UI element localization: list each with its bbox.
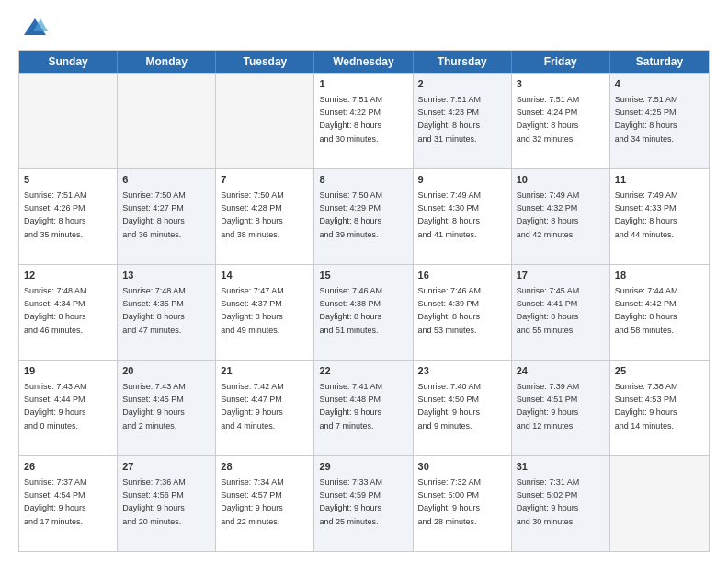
day-cell-14: 14Sunrise: 7:47 AM Sunset: 4:37 PM Dayli… (216, 265, 314, 360)
day-number: 2 (418, 77, 506, 91)
day-info: Sunrise: 7:38 AM Sunset: 4:53 PM Dayligh… (615, 382, 678, 430)
day-number: 29 (319, 460, 407, 474)
day-info: Sunrise: 7:51 AM Sunset: 4:23 PM Dayligh… (418, 95, 482, 143)
page-header (18, 15, 710, 40)
day-number: 11 (615, 173, 704, 187)
day-cell-8: 8Sunrise: 7:50 AM Sunset: 4:29 PM Daylig… (314, 169, 413, 264)
day-cell-13: 13Sunrise: 7:48 AM Sunset: 4:35 PM Dayli… (118, 265, 216, 360)
day-info: Sunrise: 7:51 AM Sunset: 4:26 PM Dayligh… (24, 190, 87, 238)
day-cell-19: 19Sunrise: 7:43 AM Sunset: 4:44 PM Dayli… (19, 361, 118, 455)
day-info: Sunrise: 7:39 AM Sunset: 4:51 PM Dayligh… (517, 382, 580, 430)
header-day-tuesday: Tuesday (216, 51, 314, 73)
day-info: Sunrise: 7:40 AM Sunset: 4:50 PM Dayligh… (418, 382, 482, 430)
day-number: 30 (418, 460, 506, 474)
day-number: 19 (24, 364, 112, 378)
page-container: SundayMondayTuesdayWednesdayThursdayFrid… (0, 0, 728, 563)
calendar-row-1: 1Sunrise: 7:51 AM Sunset: 4:22 PM Daylig… (19, 73, 709, 168)
header-day-sunday: Sunday (19, 51, 118, 73)
day-number: 18 (615, 269, 704, 282)
day-number: 23 (418, 364, 506, 378)
calendar-row-2: 5Sunrise: 7:51 AM Sunset: 4:26 PM Daylig… (19, 168, 709, 264)
empty-cell (19, 74, 118, 168)
day-cell-23: 23Sunrise: 7:40 AM Sunset: 4:50 PM Dayli… (414, 361, 512, 455)
day-info: Sunrise: 7:48 AM Sunset: 4:35 PM Dayligh… (122, 286, 186, 334)
day-number: 4 (615, 77, 704, 91)
day-info: Sunrise: 7:31 AM Sunset: 5:02 PM Dayligh… (517, 477, 580, 525)
logo-icon (22, 15, 48, 40)
day-info: Sunrise: 7:41 AM Sunset: 4:48 PM Dayligh… (319, 382, 382, 430)
day-number: 24 (517, 364, 605, 378)
day-info: Sunrise: 7:51 AM Sunset: 4:24 PM Dayligh… (517, 95, 580, 143)
day-cell-3: 3Sunrise: 7:51 AM Sunset: 4:24 PM Daylig… (512, 74, 610, 168)
day-cell-10: 10Sunrise: 7:49 AM Sunset: 4:32 PM Dayli… (512, 169, 610, 264)
day-number: 7 (221, 173, 309, 187)
calendar-row-4: 19Sunrise: 7:43 AM Sunset: 4:44 PM Dayli… (19, 360, 709, 455)
empty-cell (118, 74, 216, 168)
empty-cell (610, 456, 709, 551)
day-info: Sunrise: 7:47 AM Sunset: 4:37 PM Dayligh… (221, 286, 284, 334)
day-number: 16 (418, 269, 506, 282)
day-number: 8 (319, 173, 407, 187)
day-info: Sunrise: 7:49 AM Sunset: 4:32 PM Dayligh… (517, 190, 580, 238)
day-cell-31: 31Sunrise: 7:31 AM Sunset: 5:02 PM Dayli… (512, 456, 610, 551)
day-number: 17 (517, 269, 605, 282)
header-day-thursday: Thursday (414, 51, 512, 73)
day-info: Sunrise: 7:44 AM Sunset: 4:42 PM Dayligh… (615, 286, 678, 334)
day-cell-15: 15Sunrise: 7:46 AM Sunset: 4:38 PM Dayli… (314, 265, 413, 360)
day-cell-29: 29Sunrise: 7:33 AM Sunset: 4:59 PM Dayli… (314, 456, 413, 551)
day-cell-2: 2Sunrise: 7:51 AM Sunset: 4:23 PM Daylig… (414, 74, 512, 168)
day-info: Sunrise: 7:34 AM Sunset: 4:57 PM Dayligh… (221, 477, 284, 525)
day-number: 1 (319, 77, 407, 91)
header-day-saturday: Saturday (610, 51, 709, 73)
day-number: 15 (319, 269, 407, 282)
day-cell-21: 21Sunrise: 7:42 AM Sunset: 4:47 PM Dayli… (216, 361, 314, 455)
day-cell-16: 16Sunrise: 7:46 AM Sunset: 4:39 PM Dayli… (414, 265, 512, 360)
day-cell-18: 18Sunrise: 7:44 AM Sunset: 4:42 PM Dayli… (610, 265, 709, 360)
day-info: Sunrise: 7:37 AM Sunset: 4:54 PM Dayligh… (24, 477, 87, 525)
day-number: 6 (122, 173, 210, 187)
day-cell-27: 27Sunrise: 7:36 AM Sunset: 4:56 PM Dayli… (118, 456, 216, 551)
day-cell-11: 11Sunrise: 7:49 AM Sunset: 4:33 PM Dayli… (610, 169, 709, 264)
day-number: 22 (319, 364, 407, 378)
day-info: Sunrise: 7:33 AM Sunset: 4:59 PM Dayligh… (319, 477, 382, 525)
day-number: 5 (24, 173, 112, 187)
day-info: Sunrise: 7:49 AM Sunset: 4:33 PM Dayligh… (615, 190, 678, 238)
day-cell-20: 20Sunrise: 7:43 AM Sunset: 4:45 PM Dayli… (118, 361, 216, 455)
header-day-monday: Monday (118, 51, 216, 73)
day-number: 26 (24, 460, 112, 474)
calendar-body: 1Sunrise: 7:51 AM Sunset: 4:22 PM Daylig… (19, 73, 709, 551)
day-number: 21 (221, 364, 309, 378)
calendar-header: SundayMondayTuesdayWednesdayThursdayFrid… (19, 51, 709, 73)
calendar-row-5: 26Sunrise: 7:37 AM Sunset: 4:54 PM Dayli… (19, 455, 709, 551)
day-info: Sunrise: 7:46 AM Sunset: 4:39 PM Dayligh… (418, 286, 482, 334)
day-number: 9 (418, 173, 506, 187)
day-cell-9: 9Sunrise: 7:49 AM Sunset: 4:30 PM Daylig… (414, 169, 512, 264)
day-number: 10 (517, 173, 605, 187)
empty-cell (216, 74, 314, 168)
day-cell-25: 25Sunrise: 7:38 AM Sunset: 4:53 PM Dayli… (610, 361, 709, 455)
header-day-wednesday: Wednesday (314, 51, 413, 73)
day-cell-22: 22Sunrise: 7:41 AM Sunset: 4:48 PM Dayli… (314, 361, 413, 455)
day-cell-17: 17Sunrise: 7:45 AM Sunset: 4:41 PM Dayli… (512, 265, 610, 360)
day-info: Sunrise: 7:50 AM Sunset: 4:27 PM Dayligh… (122, 190, 186, 238)
day-cell-1: 1Sunrise: 7:51 AM Sunset: 4:22 PM Daylig… (314, 74, 413, 168)
logo (18, 15, 48, 40)
day-number: 28 (221, 460, 309, 474)
day-info: Sunrise: 7:50 AM Sunset: 4:29 PM Dayligh… (319, 190, 382, 238)
header-day-friday: Friday (512, 51, 610, 73)
day-cell-28: 28Sunrise: 7:34 AM Sunset: 4:57 PM Dayli… (216, 456, 314, 551)
calendar: SundayMondayTuesdayWednesdayThursdayFrid… (18, 50, 710, 552)
day-cell-7: 7Sunrise: 7:50 AM Sunset: 4:28 PM Daylig… (216, 169, 314, 264)
day-number: 12 (24, 269, 112, 282)
day-info: Sunrise: 7:36 AM Sunset: 4:56 PM Dayligh… (122, 477, 186, 525)
day-cell-12: 12Sunrise: 7:48 AM Sunset: 4:34 PM Dayli… (19, 265, 118, 360)
day-info: Sunrise: 7:45 AM Sunset: 4:41 PM Dayligh… (517, 286, 580, 334)
day-number: 3 (517, 77, 605, 91)
day-info: Sunrise: 7:42 AM Sunset: 4:47 PM Dayligh… (221, 382, 284, 430)
day-info: Sunrise: 7:32 AM Sunset: 5:00 PM Dayligh… (418, 477, 482, 525)
day-info: Sunrise: 7:43 AM Sunset: 4:44 PM Dayligh… (24, 382, 87, 430)
day-cell-5: 5Sunrise: 7:51 AM Sunset: 4:26 PM Daylig… (19, 169, 118, 264)
day-info: Sunrise: 7:46 AM Sunset: 4:38 PM Dayligh… (319, 286, 382, 334)
day-info: Sunrise: 7:43 AM Sunset: 4:45 PM Dayligh… (122, 382, 186, 430)
day-number: 31 (517, 460, 605, 474)
